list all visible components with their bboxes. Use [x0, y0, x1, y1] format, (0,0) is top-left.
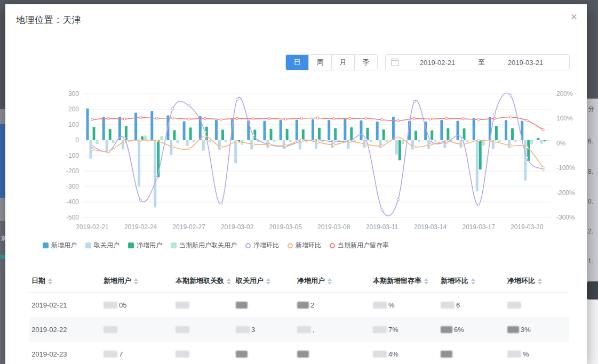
line-marker[interactable]	[220, 145, 222, 148]
chart-canvas[interactable]: 3002001000-100-200-300-400-500200%100%0%…	[31, 90, 580, 236]
bar[interactable]	[479, 140, 482, 169]
period-tab-日[interactable]: 日	[286, 55, 309, 70]
line-marker[interactable]	[220, 118, 222, 120]
column-header-日期[interactable]: 日期	[29, 270, 101, 293]
line-marker[interactable]	[284, 144, 287, 147]
sort-icon[interactable]	[538, 278, 542, 285]
line-marker[interactable]	[445, 140, 448, 143]
bar[interactable]	[209, 140, 211, 142]
line-marker[interactable]	[461, 143, 464, 145]
sort-icon[interactable]	[328, 278, 332, 285]
legend-item-新增环比[interactable]: 新增环比	[288, 241, 321, 250]
line-marker[interactable]	[155, 140, 158, 142]
legend-item-净增用户[interactable]: 净增用户	[128, 241, 162, 250]
bar[interactable]	[225, 140, 227, 142]
column-header-新增用户[interactable]: 新增用户	[101, 270, 173, 293]
bar[interactable]	[93, 127, 95, 140]
bar[interactable]	[440, 120, 443, 140]
line-marker[interactable]	[381, 118, 384, 121]
column-header-净增用户[interactable]: 净增用户	[295, 270, 371, 293]
line-marker[interactable]	[349, 117, 352, 120]
bar[interactable]	[160, 136, 163, 140]
bar[interactable]	[318, 128, 321, 140]
line-marker[interactable]	[332, 143, 335, 146]
bar[interactable]	[215, 120, 218, 140]
period-tab-月[interactable]: 月	[332, 55, 355, 70]
line-marker[interactable]	[477, 139, 480, 142]
bar[interactable]	[434, 140, 436, 142]
line-marker[interactable]	[332, 141, 335, 143]
column-header-本期新增留存率[interactable]: 本期新增留存率	[371, 270, 438, 293]
bar[interactable]	[334, 128, 337, 140]
line-marker[interactable]	[220, 203, 222, 205]
bar[interactable]	[96, 140, 99, 144]
bar[interactable]	[530, 140, 533, 144]
bar[interactable]	[273, 140, 275, 142]
date-range-picker[interactable]: 2019-02-21 至 2019-03-21	[385, 54, 570, 70]
line-marker[interactable]	[445, 117, 448, 120]
line-marker[interactable]	[413, 117, 416, 120]
line-marker[interactable]	[493, 117, 496, 120]
line-marker[interactable]	[316, 139, 319, 141]
line-marker[interactable]	[268, 117, 271, 120]
bar[interactable]	[263, 121, 266, 140]
bar[interactable]	[134, 112, 137, 140]
bar[interactable]	[202, 140, 205, 151]
line-marker[interactable]	[139, 139, 142, 142]
line-marker[interactable]	[509, 144, 512, 147]
sort-icon[interactable]	[48, 278, 52, 285]
legend-item-当期新用户取关用户[interactable]: 当期新用户取关用户	[171, 241, 237, 250]
bar[interactable]	[86, 109, 89, 140]
line-marker[interactable]	[155, 176, 158, 179]
line-marker[interactable]	[413, 145, 416, 148]
line-marker[interactable]	[91, 145, 94, 148]
collapsed-side-tab[interactable]	[587, 281, 598, 300]
line-marker[interactable]	[397, 119, 400, 122]
line-marker[interactable]	[461, 118, 464, 120]
column-header-新增环比[interactable]: 新增环比	[438, 270, 505, 293]
line-marker[interactable]	[461, 138, 464, 141]
bar[interactable]	[218, 140, 221, 150]
line-marker[interactable]	[429, 139, 432, 142]
period-tab-周[interactable]: 周	[309, 55, 332, 70]
bar[interactable]	[392, 117, 395, 140]
legend-item-取关用户[interactable]: 取关用户	[85, 241, 119, 250]
period-tab-季[interactable]: 季	[355, 55, 377, 70]
bar[interactable]	[546, 140, 549, 141]
legend-item-净增环比[interactable]: 净增环比	[245, 241, 279, 250]
line-marker[interactable]	[91, 148, 94, 151]
line-marker[interactable]	[381, 209, 384, 212]
bar[interactable]	[398, 140, 401, 160]
line-marker[interactable]	[107, 117, 110, 120]
line-marker[interactable]	[252, 143, 255, 145]
bar[interactable]	[386, 140, 388, 142]
bar[interactable]	[376, 122, 379, 140]
bar[interactable]	[269, 129, 272, 140]
line-marker[interactable]	[139, 116, 142, 119]
line-marker[interactable]	[172, 117, 174, 119]
line-marker[interactable]	[413, 101, 416, 103]
line-marker[interactable]	[381, 144, 384, 147]
line-marker[interactable]	[252, 134, 255, 137]
start-date-input[interactable]: 2019-02-21	[399, 59, 476, 67]
line-marker[interactable]	[188, 104, 190, 107]
line-marker[interactable]	[542, 128, 545, 131]
line-marker[interactable]	[155, 117, 158, 120]
bar[interactable]	[350, 127, 353, 140]
line-marker[interactable]	[123, 137, 126, 140]
bar[interactable]	[360, 120, 363, 140]
sort-icon[interactable]	[266, 278, 270, 285]
line-marker[interactable]	[316, 117, 319, 119]
end-date-input[interactable]: 2019-03-21	[487, 59, 564, 67]
line-marker[interactable]	[236, 141, 238, 143]
bar[interactable]	[234, 140, 237, 164]
bar[interactable]	[514, 140, 517, 142]
line-marker[interactable]	[236, 98, 238, 101]
line-marker[interactable]	[525, 156, 528, 159]
line-marker[interactable]	[397, 198, 400, 201]
bar[interactable]	[296, 120, 298, 140]
line-marker[interactable]	[236, 117, 238, 120]
bar[interactable]	[193, 140, 195, 142]
line-marker[interactable]	[429, 118, 432, 120]
bar[interactable]	[221, 130, 224, 140]
